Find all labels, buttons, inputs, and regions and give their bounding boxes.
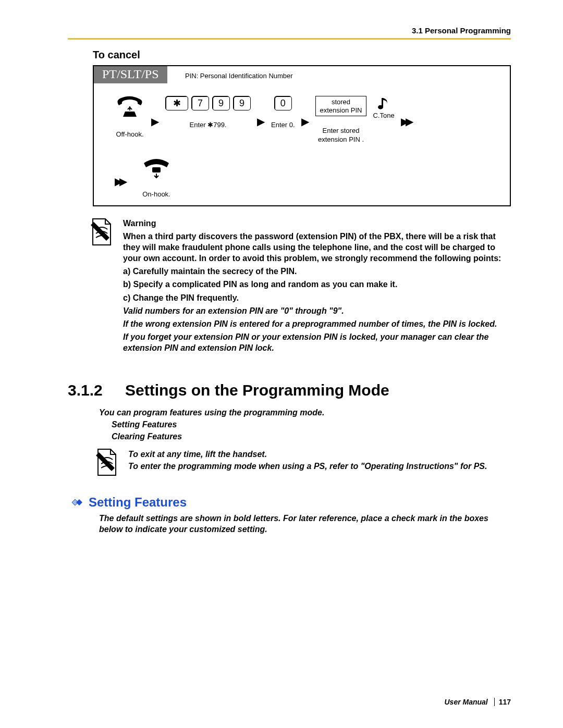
header-rule (68, 38, 511, 40)
warning-point-b: b) Specify a complicated PIN as long and… (123, 279, 511, 290)
warning-point-c: c) Change the PIN frequently. (123, 292, 511, 303)
warning-title: Warning (123, 218, 511, 229)
link-clearing-features: Clearing Features (112, 430, 511, 442)
key-0: 0 (274, 96, 292, 110)
arrow-icon: ▶ (151, 112, 159, 128)
header-section: 3.1 Personal Programming (68, 26, 511, 35)
offhook-icon (115, 96, 145, 120)
section-number: 3.1.2 (68, 381, 125, 399)
onhook-caption: On-hook. (142, 190, 170, 199)
stored-pin-line2: extension PIN (320, 106, 362, 115)
key-star: ✱ (165, 96, 188, 110)
key-7: 7 (191, 96, 209, 110)
enter-0-caption: Enter 0. (271, 121, 295, 130)
svg-rect-0 (152, 167, 161, 172)
stored-pin-caption: Enter stored extension PIN . (318, 127, 364, 144)
key-9: 9 (212, 96, 230, 110)
double-arrow-icon: ▶▶ (401, 112, 410, 128)
stored-pin-line1: stored (320, 98, 362, 106)
tip-exit: To exit at any time, lift the handset. (128, 448, 511, 460)
onhook-icon (141, 158, 172, 180)
setting-features-heading: Setting Features (68, 495, 511, 510)
enter-799-caption: Enter ✱799. (190, 121, 227, 130)
section-title: Settings on the Programming Mode (125, 381, 389, 399)
keys-799: ✱ 7 9 9 (165, 96, 251, 110)
wrong-pin-note: If the wrong extension PIN is entered fo… (123, 318, 511, 329)
procedure-box: PT/SLT/PS PIN: Personal Identification N… (93, 65, 511, 206)
diamond-bullet-icon (68, 497, 84, 508)
section-intro: You can program features using the progr… (99, 406, 511, 443)
footer-page-number: 117 (499, 698, 511, 706)
footer-manual: User Manual (445, 698, 488, 706)
note-icon (95, 448, 119, 477)
to-cancel-heading: To cancel (93, 49, 511, 61)
section-heading: 3.1.2Settings on the Programming Mode (68, 381, 511, 399)
arrow-icon: ▶ (301, 112, 309, 128)
offhook-caption: Off-hook. (116, 130, 143, 139)
page-footer: User Manual 117 (445, 698, 511, 706)
link-setting-features: Setting Features (112, 418, 511, 430)
device-type-tab: PT/SLT/PS (94, 66, 167, 83)
note-icon (90, 218, 114, 247)
warning-body: When a third party discovers the passwor… (123, 231, 511, 264)
pin-definition: PIN: Personal Identification Number (185, 72, 293, 80)
stored-pin-box: stored extension PIN (315, 96, 367, 116)
defaults-note: The default settings are shown in bold l… (99, 513, 511, 535)
tip-ps-mode: To enter the programming mode when using… (128, 460, 511, 472)
key-9: 9 (233, 96, 251, 110)
warning-point-a: a) Carefully maintain the secrecy of the… (123, 266, 511, 277)
music-note-icon (377, 96, 390, 112)
double-arrow-icon: ▶▶ (115, 169, 124, 188)
ctone-label: C.Tone (373, 112, 394, 120)
valid-pin-note: Valid numbers for an extension PIN are "… (123, 305, 511, 316)
arrow-icon: ▶ (257, 112, 265, 128)
forget-pin-note: If you forget your extension PIN or your… (123, 331, 511, 353)
